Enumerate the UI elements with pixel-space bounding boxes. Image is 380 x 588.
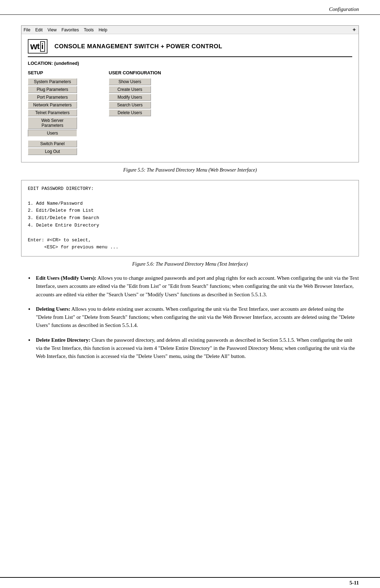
bullet-text-3: Delete Entire Directory: Clears the pass… (36, 336, 359, 361)
menu-file[interactable]: File (24, 27, 30, 32)
browser-body: w t i CONSOLE MANAGEMENT SWITCH + POWER … (21, 34, 359, 162)
setup-heading: SETUP (28, 70, 98, 75)
browser-star-icon: ✦ (352, 26, 356, 33)
terminal-line-2: 1. Add Name/Password (28, 200, 352, 208)
menu-edit[interactable]: Edit (35, 27, 43, 32)
page-number: 5-11 (349, 580, 359, 586)
bullet-term-2: Deleting Users: (36, 306, 70, 312)
menu-tools[interactable]: Tools (84, 27, 94, 32)
figure56-caption: Figure 5.6: The Password Directory Menu … (21, 261, 359, 267)
location-line: LOCATION: (undefined) (28, 61, 352, 66)
user-config-buttons: Show Users Create Users Modify Users Sea… (109, 78, 352, 116)
bullet-dot-2: • (28, 305, 34, 314)
terminal-line-3: 2. Edit/Delete from List (28, 207, 352, 215)
page-footer: 5-11 (0, 577, 380, 588)
bullet-text-1: Edit Users (Modify Users): Allows you to… (36, 274, 359, 299)
btn-delete-users[interactable]: Delete Users (109, 109, 151, 116)
nav-system-parameters[interactable]: System Parameters (28, 78, 77, 85)
bullet-term-3: Delete Entire Directory: (36, 337, 90, 343)
nav-users[interactable]: Users (28, 130, 77, 137)
bullet-body-2: Allows you to delete existing user accou… (36, 306, 355, 328)
menu-view[interactable]: View (48, 27, 57, 32)
nav-web-server-parameters[interactable]: Web Server Parameters (28, 117, 77, 129)
location-value: (undefined) (54, 61, 79, 66)
logo-w: w (30, 41, 37, 52)
bullet-dot-1: • (28, 274, 34, 283)
main-content: File Edit View Favorites Tools Help ✦ w … (0, 15, 380, 377)
logo-ti: t (37, 42, 39, 51)
terminal-line-5: 4. Delete Entire Directory (28, 222, 352, 229)
logo-e: i (40, 41, 45, 52)
right-column: USER CONFIGURATION Show Users Create Use… (98, 70, 352, 156)
nav-switch-panel[interactable]: Switch Panel (28, 140, 77, 147)
terminal-line-6: Enter: #<CR> to select, (28, 237, 352, 244)
terminal-line-4: 3. Edit/Delete from Search (28, 215, 352, 222)
terminal-line-7: <ESC> for previous menu ... (28, 244, 352, 251)
browser-menubar: File Edit View Favorites Tools Help ✦ (21, 26, 359, 34)
terminal-line-1: EDIT PASSWORD DIRECTORY: (28, 185, 352, 193)
nav-port-parameters[interactable]: Port Parameters (28, 94, 77, 101)
btn-create-users[interactable]: Create Users (109, 86, 151, 93)
user-config-heading: USER CONFIGURATION (109, 70, 352, 75)
bullet-delete-directory: • Delete Entire Directory: Clears the pa… (21, 336, 359, 361)
nav-telnet-parameters[interactable]: Telnet Parameters (28, 109, 77, 116)
menubar-items: File Edit View Favorites Tools Help (24, 27, 107, 32)
location-label: LOCATION: (28, 61, 53, 66)
figure55-caption: Figure 5.5: The Password Directory Menu … (21, 167, 359, 173)
left-column: SETUP System Parameters Plug Parameters … (28, 70, 98, 156)
btn-show-users[interactable]: Show Users (109, 78, 151, 85)
terminal-box: EDIT PASSWORD DIRECTORY: 1. Add Name/Pas… (21, 180, 359, 256)
menu-favorites[interactable]: Favorites (62, 27, 79, 32)
bullet-dot-3: • (28, 336, 34, 345)
browser-window: File Edit View Favorites Tools Help ✦ w … (21, 25, 359, 162)
bottom-buttons: Switch Panel Log Out (28, 140, 98, 155)
logo-inner: w t i (28, 39, 48, 54)
bullet-term-1: Edit Users (Modify Users): (36, 275, 96, 281)
btn-search-users[interactable]: Search Users (109, 101, 151, 109)
console-title: CONSOLE MANAGEMENT SWITCH + POWER CONTRO… (55, 43, 222, 50)
nav-plug-parameters[interactable]: Plug Parameters (28, 86, 77, 93)
header-title: Configuration (329, 6, 359, 12)
logo: w t i (28, 39, 48, 54)
console-header: w t i CONSOLE MANAGEMENT SWITCH + POWER … (28, 39, 352, 57)
nav-log-out[interactable]: Log Out (28, 148, 77, 155)
two-column-layout: SETUP System Parameters Plug Parameters … (28, 70, 352, 156)
nav-button-group: System Parameters Plug Parameters Port P… (28, 78, 98, 137)
menu-help[interactable]: Help (99, 27, 107, 32)
page-header: Configuration (0, 0, 380, 15)
bullet-edit-users: • Edit Users (Modify Users): Allows you … (21, 274, 359, 299)
btn-modify-users[interactable]: Modify Users (109, 94, 151, 101)
nav-network-parameters[interactable]: Network Parameters (28, 101, 77, 109)
bullet-text-2: Deleting Users: Allows you to delete exi… (36, 305, 359, 330)
bullet-deleting-users: • Deleting Users: Allows you to delete e… (21, 305, 359, 330)
